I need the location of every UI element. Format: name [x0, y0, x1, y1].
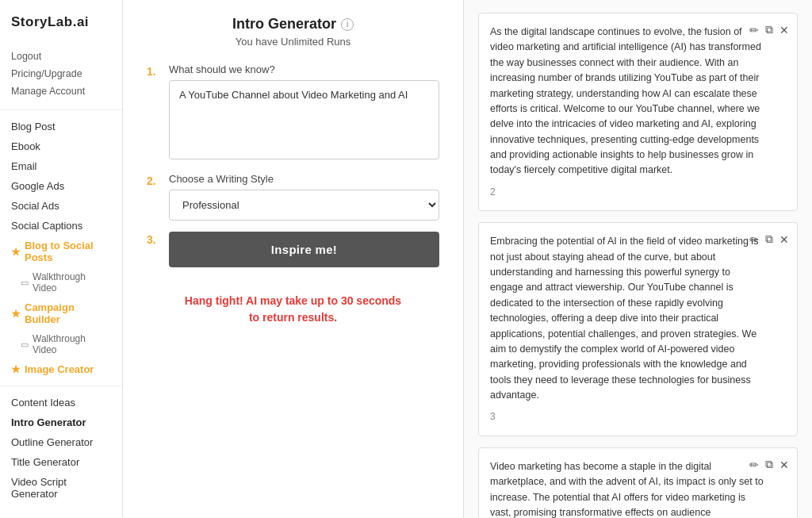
sidebar-item-email[interactable]: Email: [0, 156, 122, 176]
content-area: Intro Generator i You have Unlimited Run…: [123, 0, 812, 518]
sidebar-label-walkthrough-1: Walkthrough Video: [33, 271, 111, 294]
result-card-1: ✏⧉✕As the digital landscape continues to…: [478, 13, 798, 211]
step-3-row: 3. Inspire me!: [147, 232, 439, 267]
copy-result-1[interactable]: ⧉: [764, 21, 775, 38]
sidebar-label-ebook: Ebook: [11, 140, 40, 152]
sidebar-item-image-creator[interactable]: ★ Image Creator: [0, 359, 122, 379]
result-card-actions-1: ✏⧉✕: [748, 21, 791, 38]
star-icon-blog-social: ★: [11, 246, 21, 258]
sidebar-label-image-creator: Image Creator: [25, 363, 94, 375]
video-icon-2: ▭: [21, 340, 29, 350]
step-2-label: Choose a Writing Style: [169, 173, 439, 185]
step-2-row: 2. Choose a Writing Style ProfessionalCa…: [147, 173, 439, 221]
step-1-label: What should we know?: [169, 63, 439, 75]
step-2-content: Choose a Writing Style ProfessionalCasua…: [169, 173, 439, 221]
star-icon-campaign: ★: [11, 308, 21, 320]
sidebar-item-google-ads[interactable]: Google Ads: [0, 176, 122, 196]
loading-text: Hang tight! AI may take up to 30 seconds…: [185, 293, 401, 326]
result-card-actions-3: ✏⧉✕: [748, 456, 791, 473]
close-result-1[interactable]: ✕: [778, 21, 791, 38]
writing-style-select[interactable]: ProfessionalCasualFormalCreativeInspirat…: [169, 190, 439, 221]
result-number-1: 2: [490, 185, 765, 200]
sidebar-item-title-generator[interactable]: Title Generator: [0, 452, 122, 472]
step-3-content: Inspire me!: [169, 232, 439, 267]
inspire-button[interactable]: Inspire me!: [169, 232, 439, 267]
result-card-actions-2: ✏⧉✕: [748, 231, 791, 247]
sidebar-item-blog-social-posts[interactable]: ★ Blog to Social Posts: [0, 236, 122, 267]
result-text-1: As the digital landscape continues to ev…: [490, 25, 765, 178]
sidebar-label-walkthrough-2: Walkthrough Video: [33, 333, 111, 355]
app-logo: StoryLab.ai: [0, 10, 122, 44]
page-title-container: Intro Generator i: [232, 16, 354, 33]
sidebar-item-walkthrough-2[interactable]: ▭ Walkthrough Video: [0, 329, 122, 359]
sidebar-label-blog-post: Blog Post: [11, 121, 56, 132]
sidebar: StoryLab.ai Logout Pricing/Upgrade Manag…: [0, 0, 123, 518]
sidebar-item-video-script-generator[interactable]: Video Script Generator: [0, 472, 122, 504]
step-2-number: 2.: [147, 173, 161, 187]
sidebar-label-google-ads: Google Ads: [11, 180, 64, 192]
step-3-number: 3.: [147, 232, 161, 246]
account-section: Logout Pricing/Upgrade Manage Account: [0, 44, 122, 103]
sidebar-divider-2: [0, 386, 122, 386]
sidebar-label-social-captions: Social Captions: [11, 220, 82, 232]
sidebar-label-campaign-builder: Campaign Builder: [25, 301, 111, 325]
sidebar-item-social-ads[interactable]: Social Ads: [0, 196, 122, 216]
sidebar-item-content-ideas[interactable]: Content Ideas: [0, 393, 122, 412]
results-panel: ✏⧉✕As the digital landscape continues to…: [464, 0, 812, 518]
logout-link[interactable]: Logout: [0, 48, 122, 65]
center-panel: Intro Generator i You have Unlimited Run…: [123, 0, 464, 518]
result-text-2: Embracing the potential of AI in the fie…: [490, 234, 765, 403]
sidebar-label-email: Email: [11, 160, 37, 172]
sidebar-item-ebook[interactable]: Ebook: [0, 136, 122, 156]
sidebar-label-content-ideas: Content Ideas: [11, 397, 75, 409]
unlimited-badge: You have Unlimited Runs: [236, 36, 351, 48]
step-1-content: What should we know? A YouTube Channel a…: [169, 63, 439, 162]
copy-result-3[interactable]: ⧉: [764, 456, 775, 473]
manage-account-link[interactable]: Manage Account: [0, 82, 122, 100]
sidebar-label-intro-generator: Intro Generator: [11, 416, 86, 428]
edit-result-1[interactable]: ✏: [748, 21, 760, 38]
sidebar-item-walkthrough-1[interactable]: ▭ Walkthrough Video: [0, 267, 122, 297]
sidebar-label-outline-generator: Outline Generator: [11, 436, 93, 448]
sidebar-item-social-captions[interactable]: Social Captions: [0, 216, 122, 236]
sidebar-item-outline-generator[interactable]: Outline Generator: [0, 432, 122, 452]
close-result-3[interactable]: ✕: [778, 456, 791, 473]
info-icon[interactable]: i: [341, 18, 354, 31]
sidebar-label-video-script-generator: Video Script Generator: [11, 476, 111, 500]
copy-result-2[interactable]: ⧉: [764, 231, 775, 247]
sidebar-label-blog-social-posts: Blog to Social Posts: [25, 240, 111, 263]
result-number-2: 3: [490, 409, 765, 424]
page-title-text: Intro Generator: [232, 16, 336, 33]
sidebar-divider-1: [0, 109, 122, 110]
star-icon-image: ★: [11, 363, 21, 375]
sidebar-item-blog-post[interactable]: Blog Post: [0, 117, 122, 136]
step-1-number: 1.: [147, 63, 161, 78]
step-1-row: 1. What should we know? A YouTube Channe…: [147, 63, 439, 162]
edit-result-3[interactable]: ✏: [748, 456, 760, 473]
pricing-link[interactable]: Pricing/Upgrade: [0, 65, 122, 82]
result-card-2: ✏⧉✕Embracing the potential of AI in the …: [478, 222, 798, 436]
close-result-2[interactable]: ✕: [778, 231, 791, 247]
sidebar-item-campaign-builder[interactable]: ★ Campaign Builder: [0, 297, 122, 329]
result-text-3: Video marketing has become a staple in t…: [490, 459, 765, 518]
sidebar-label-social-ads: Social Ads: [11, 200, 59, 212]
what-to-know-input[interactable]: A YouTube Channel about Video Marketing …: [169, 80, 439, 159]
sidebar-label-title-generator: Title Generator: [11, 456, 79, 468]
sidebar-item-intro-generator[interactable]: Intro Generator: [0, 412, 122, 432]
result-card-3: ✏⧉✕Video marketing has become a staple i…: [478, 447, 798, 518]
video-icon-1: ▭: [21, 278, 29, 288]
edit-result-2[interactable]: ✏: [748, 231, 760, 247]
main-content: Intro Generator i You have Unlimited Run…: [123, 0, 812, 518]
